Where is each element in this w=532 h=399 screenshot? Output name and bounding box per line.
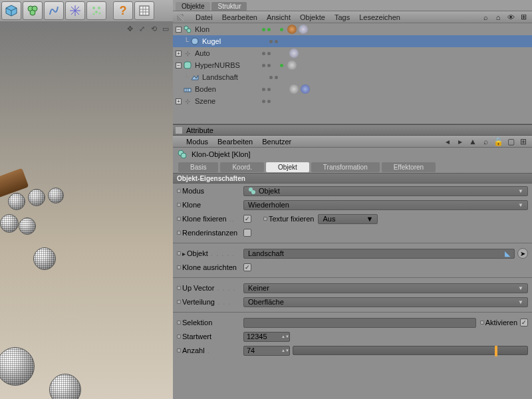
tool-help-icon[interactable]: ?	[113, 1, 133, 20]
menu-bookmarks[interactable]: Lesezeichen	[359, 13, 400, 21]
ausrichten-checkbox[interactable]: ✓	[243, 263, 251, 271]
expand-icon[interactable]: +	[176, 98, 182, 104]
tag-icon[interactable]	[287, 61, 297, 70]
eye-icon[interactable]: 👁	[506, 13, 515, 22]
rotate-icon[interactable]: ⟲	[149, 24, 158, 33]
tab-objekt[interactable]: Objekt	[266, 162, 309, 172]
pick-object-button[interactable]: ➤	[517, 248, 528, 259]
search-icon[interactable]: ⌕	[481, 137, 490, 146]
menu-tags[interactable]: Tags	[334, 13, 350, 21]
label-selektion: Selektion	[182, 319, 212, 327]
tag-icon[interactable]	[289, 84, 299, 94]
tree-label[interactable]: Kugel	[202, 37, 263, 45]
svg-point-12	[98, 7, 100, 9]
modus-dropdown[interactable]: Objekt▼	[243, 186, 528, 196]
menu-objects[interactable]: Objekte	[300, 13, 325, 21]
renderinstanzen-checkbox[interactable]	[243, 229, 251, 237]
tree-row-hypernurbs[interactable]: − HyperNURBS	[173, 59, 532, 71]
tag-icon[interactable]	[287, 25, 297, 34]
expand-icon[interactable]: ⊞	[519, 13, 528, 22]
tag-icon[interactable]	[301, 84, 310, 94]
link-triangle-icon: ◣	[505, 249, 510, 258]
menu-mode[interactable]: Modus	[186, 138, 208, 146]
tool-generator-icon[interactable]	[23, 1, 43, 20]
maximize-icon[interactable]: ▭	[161, 24, 170, 33]
label-renderinstanzen: Renderinstanzen	[182, 229, 237, 237]
klone-fixieren-checkbox[interactable]: ✓	[243, 215, 251, 223]
menu-edit[interactable]: Bearbeiten	[217, 138, 253, 146]
object-manager-tabs: Objekte Struktur	[173, 0, 532, 11]
collapse-icon[interactable]: −	[176, 63, 182, 68]
tag-icon[interactable]	[289, 49, 299, 58]
zoom-icon[interactable]: ⤢	[137, 24, 146, 33]
menu-edit[interactable]: Bearbeiten	[222, 13, 257, 21]
tab-effektoren[interactable]: Effektoren	[382, 162, 436, 172]
anzahl-input[interactable]: 74▲▼	[243, 346, 290, 356]
anzahl-slider[interactable]	[293, 346, 528, 355]
objekt-link-field[interactable]: Landschaft◣	[243, 249, 515, 259]
nav-back-icon[interactable]: ◂	[443, 137, 452, 146]
svg-point-6	[30, 10, 35, 15]
move-icon[interactable]: ✥	[125, 24, 134, 33]
nav-fwd-icon[interactable]: ▸	[456, 137, 465, 146]
tree-label[interactable]: Auto	[195, 49, 256, 57]
textur-fixieren-dropdown[interactable]: Aus▼	[318, 214, 378, 224]
home-icon[interactable]: ⌂	[493, 13, 503, 22]
tool-particles-icon[interactable]	[86, 1, 106, 20]
tree-label[interactable]: Klon	[195, 25, 256, 33]
tool-cube-icon[interactable]	[1, 1, 21, 20]
startwert-input[interactable]: 12345▲▼	[243, 332, 290, 342]
label-up-vector: Up Vector	[182, 284, 214, 292]
grip-icon[interactable]	[177, 14, 184, 21]
tab-basis[interactable]: Basis	[178, 162, 218, 172]
new-icon[interactable]: ▢	[506, 137, 515, 146]
collapse-icon[interactable]: −	[176, 27, 182, 33]
lock-icon[interactable]: 🔒	[493, 137, 503, 146]
tool-deformer-icon[interactable]	[44, 1, 64, 20]
up-vector-dropdown[interactable]: Keiner▼	[243, 283, 528, 293]
klone-dropdown[interactable]: Wiederholen▼	[243, 200, 528, 210]
tree-row-kugel[interactable]: └ Kugel	[173, 35, 532, 47]
tree-row-szene[interactable]: + ⊹ Szene	[173, 95, 532, 107]
search-icon[interactable]: ⌕	[481, 13, 490, 22]
panel-toggle-icon[interactable]	[176, 127, 182, 134]
tree-row-landschaft[interactable]: └ Landschaft	[173, 71, 532, 83]
svg-point-29	[181, 153, 186, 158]
tree-label[interactable]: HyperNURBS	[195, 61, 256, 69]
tool-environment-icon[interactable]	[65, 1, 85, 20]
nav-up-icon[interactable]: ▲	[468, 137, 477, 146]
tree-label[interactable]: Szene	[195, 97, 256, 105]
attribute-tabs: Basis Koord. Objekt Transformation Effek…	[173, 161, 532, 173]
sphere-icon	[190, 37, 200, 46]
label-aktivieren: Aktivieren	[485, 319, 517, 327]
tag-icon[interactable]	[299, 25, 308, 34]
expand-icon[interactable]: +	[176, 51, 182, 57]
tree-row-auto[interactable]: + ⊹ Auto	[173, 47, 532, 59]
tree-row-boden[interactable]: Boden	[173, 83, 532, 95]
tab-objects[interactable]: Objekte	[176, 2, 210, 11]
tab-transformation[interactable]: Transformation	[311, 162, 380, 172]
attribute-panel-header[interactable]: Attribute	[173, 124, 532, 136]
tab-structure[interactable]: Struktur	[211, 2, 247, 11]
expand-icon[interactable]: ⊞	[519, 137, 528, 146]
attribute-panel-title: Attribute	[186, 126, 213, 134]
tree-label[interactable]: Boden	[195, 85, 256, 93]
menu-file[interactable]: Datei	[196, 13, 213, 21]
aktivieren-checkbox[interactable]: ✓	[520, 319, 528, 327]
tab-koord[interactable]: Koord.	[220, 162, 263, 172]
null-icon: ⊹	[183, 96, 192, 106]
tree-label[interactable]: Landschaft	[202, 73, 263, 81]
clone-sphere	[48, 188, 64, 203]
verteilung-dropdown[interactable]: Oberfläche▼	[243, 297, 528, 307]
attribute-menubar: Modus Bearbeiten Benutzer ◂ ▸ ▲ ⌕ 🔒 ▢ ⊞	[173, 136, 532, 148]
viewport[interactable]: ✥ ⤢ ⟲ ▭	[0, 21, 173, 399]
menu-view[interactable]: Ansicht	[267, 13, 291, 21]
svg-point-23	[192, 38, 198, 45]
tree-row-klon[interactable]: − Klon	[173, 23, 532, 35]
svg-point-11	[92, 7, 95, 9]
label-objekt: Objekt	[187, 249, 208, 257]
object-tree[interactable]: − Klon └ Kugel + ⊹ Auto −	[173, 23, 532, 124]
selektion-field[interactable]	[243, 318, 476, 328]
menu-user[interactable]: Benutzer	[262, 138, 291, 146]
tool-spreadsheet-icon[interactable]	[134, 1, 154, 20]
